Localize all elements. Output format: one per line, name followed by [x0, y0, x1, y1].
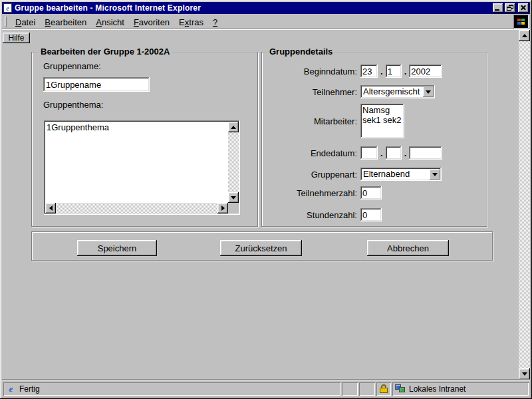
- teilnehmer-select[interactable]: Altersgemischt: [360, 85, 435, 98]
- scroll-track[interactable]: [519, 41, 530, 368]
- status-pane-empty: [359, 382, 375, 396]
- minimize-icon: [495, 9, 499, 11]
- cancel-button[interactable]: Abbrechen: [367, 240, 449, 256]
- endedatum-month-input[interactable]: [386, 146, 402, 160]
- textarea-horizontal-scrollbar[interactable]: [45, 203, 228, 213]
- scroll-right-button[interactable]: [217, 203, 228, 213]
- date-separator: .: [404, 148, 407, 158]
- gruppenart-selected-value: Elternabend: [360, 168, 428, 181]
- actions-groupbox: Speichern Zurücksetzen Abbrechen: [31, 231, 493, 261]
- group-details-legend: Gruppendetails: [267, 47, 334, 57]
- scroll-down-button[interactable]: [519, 368, 530, 380]
- endedatum-day-input[interactable]: [360, 146, 378, 160]
- mitarbeiter-listbox[interactable]: Namsg sek1 sek2: [360, 104, 404, 138]
- menu-bar: Datei Bearbeiten Ansicht Favoriten Extra…: [2, 14, 530, 30]
- lock-icon: [380, 384, 388, 393]
- group-edit-legend: Bearbeiten der Gruppe 1-2002A: [39, 47, 172, 57]
- save-button[interactable]: Speichern: [77, 240, 157, 256]
- teilnehmerzahl-input[interactable]: [360, 186, 382, 200]
- arrow-down-icon: [231, 196, 236, 200]
- date-separator: .: [380, 66, 383, 76]
- close-button[interactable]: [518, 3, 529, 13]
- teilnehmer-label: Teilnehmer:: [263, 87, 360, 97]
- endedatum-year-input[interactable]: [409, 146, 442, 160]
- teilnehmerzahl-row: Teilnehmerzahl:: [263, 186, 483, 200]
- list-item[interactable]: Namsg: [362, 105, 390, 115]
- arrow-up-icon: [231, 126, 236, 129]
- gruppenart-label: Gruppenart:: [263, 170, 360, 180]
- chevron-down-icon: [432, 173, 438, 176]
- beginndatum-label: Beginndatum:: [263, 66, 360, 76]
- internet-explorer-icon: e: [6, 384, 16, 394]
- teilnehmerzahl-label: Teilnehmerzahl:: [263, 188, 360, 198]
- beginndatum-row: Beginndatum: . .: [263, 65, 483, 78]
- dropdown-button[interactable]: [423, 86, 434, 97]
- teilnehmer-row: Teilnehmer: Altersgemischt: [263, 85, 483, 98]
- list-item[interactable]: sek2: [383, 115, 401, 125]
- restore-icon: [507, 5, 513, 11]
- arrow-up-icon: [522, 34, 527, 37]
- help-button[interactable]: Hilfe: [3, 33, 30, 43]
- status-pane-zone: Lokales Intranet: [392, 382, 529, 396]
- beginndatum-month-input[interactable]: [386, 65, 402, 78]
- stundenzahl-label: Stundenzahl:: [263, 210, 360, 220]
- close-icon: [520, 5, 526, 11]
- scroll-down-button[interactable]: [228, 192, 239, 203]
- minimize-button[interactable]: [493, 3, 503, 13]
- status-pane-empty: [342, 382, 358, 396]
- teilnehmer-selected-value: Altersgemischt: [360, 85, 422, 98]
- intranet-zone-icon: [395, 384, 406, 393]
- dropdown-button[interactable]: [430, 169, 440, 180]
- chevron-down-icon: [426, 90, 431, 94]
- beginndatum-day-input[interactable]: [360, 65, 378, 78]
- page-vertical-scrollbar[interactable]: [519, 30, 530, 380]
- window-title: Gruppe bearbeiten - Microsoft Internet E…: [15, 3, 491, 13]
- title-bar: e Gruppe bearbeiten - Microsoft Internet…: [2, 2, 530, 14]
- menu-item-ansicht[interactable]: Ansicht: [91, 16, 129, 29]
- menu-item-hilfe-fragezeichen[interactable]: ?: [208, 16, 222, 29]
- gruppenthema-textarea[interactable]: 1Gruppenthema: [44, 120, 240, 215]
- mitarbeiter-label: Mitarbeiter:: [263, 116, 360, 126]
- status-pane-main: e Fertig: [3, 382, 340, 396]
- status-pane-security: [376, 382, 391, 396]
- arrow-down-icon: [522, 372, 527, 376]
- scroll-track[interactable]: [228, 132, 239, 192]
- arrow-left-icon: [49, 205, 53, 211]
- menu-item-datei[interactable]: Datei: [11, 16, 40, 29]
- gruppenname-label: Gruppenname:: [43, 61, 101, 71]
- menu-item-extras[interactable]: Extras: [174, 16, 208, 29]
- endedatum-row: Endedatum: . .: [263, 146, 483, 160]
- status-text: Fertig: [19, 384, 40, 394]
- gruppenthema-label: Gruppenthema:: [43, 100, 103, 110]
- menu-item-favoriten[interactable]: Favoriten: [129, 16, 174, 29]
- list-item[interactable]: sek1: [362, 115, 380, 125]
- scroll-track[interactable]: [56, 203, 217, 213]
- date-separator: .: [380, 148, 383, 158]
- endedatum-label: Endedatum:: [263, 148, 360, 158]
- scrollbar-corner: [228, 203, 239, 213]
- group-details-fieldset: Gruppendetails Beginndatum: . . Teilnehm…: [261, 52, 487, 227]
- browser-viewport: Hilfe Bearbeiten der Gruppe 1-2002A Grup…: [2, 30, 530, 380]
- internet-explorer-icon: e: [3, 3, 12, 13]
- gruppenthema-text: 1Gruppenthema: [47, 122, 225, 132]
- textarea-vertical-scrollbar[interactable]: [228, 122, 239, 203]
- stundenzahl-row: Stundenzahl:: [263, 208, 483, 221]
- gruppenart-row: Gruppenart: Elternabend: [263, 168, 483, 181]
- stundenzahl-input[interactable]: [360, 208, 382, 221]
- menu-item-bearbeiten[interactable]: Bearbeiten: [40, 16, 91, 29]
- gruppenname-input[interactable]: [43, 77, 150, 92]
- mitarbeiter-row: Mitarbeiter: Namsg sek1 sek2: [263, 104, 483, 138]
- gruppenart-select[interactable]: Elternabend: [360, 168, 442, 181]
- beginndatum-year-input[interactable]: [409, 65, 442, 78]
- scroll-left-button[interactable]: [45, 203, 56, 213]
- reset-button[interactable]: Zurücksetzen: [220, 240, 302, 256]
- scroll-up-button[interactable]: [519, 30, 530, 41]
- status-bar: e Fertig Lokales Intranet: [2, 380, 530, 397]
- menu-grip[interactable]: [5, 17, 7, 27]
- throbber-windows-logo-icon: [513, 15, 529, 29]
- date-separator: .: [404, 66, 407, 76]
- group-edit-fieldset: Bearbeiten der Gruppe 1-2002A Gruppennam…: [31, 52, 258, 227]
- arrow-right-icon: [221, 205, 225, 211]
- scroll-up-button[interactable]: [228, 122, 239, 132]
- restore-button[interactable]: [505, 3, 515, 13]
